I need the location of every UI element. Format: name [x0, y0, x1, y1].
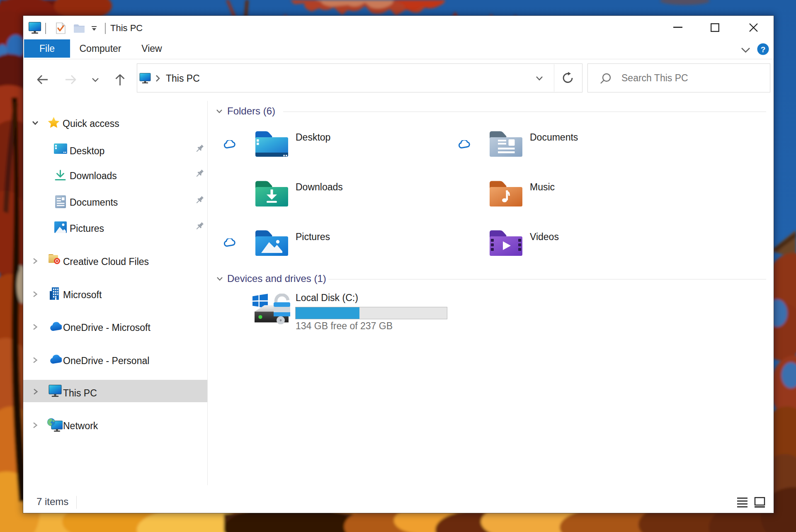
svg-text:?: ? [761, 45, 766, 54]
